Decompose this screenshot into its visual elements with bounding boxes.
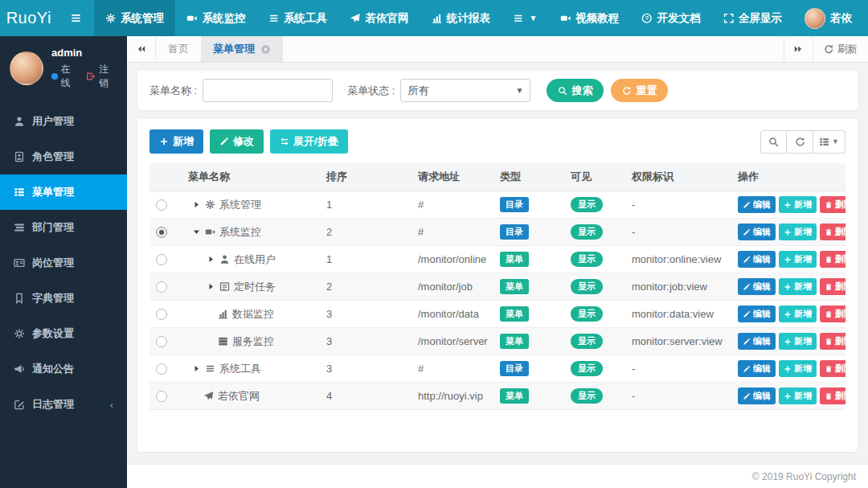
reset-button[interactable]: 重置	[611, 79, 668, 102]
row-delete-button[interactable]: 删除	[820, 278, 845, 295]
visible-badge: 显示	[571, 306, 603, 322]
caret-right-icon[interactable]	[192, 364, 201, 373]
row-edit-button[interactable]: 编辑	[738, 306, 776, 322]
tab-current[interactable]: 菜单管理	[201, 36, 283, 62]
row-delete-button[interactable]: 删除	[820, 388, 845, 404]
topnav-item-more-menu[interactable]: ▼	[502, 0, 548, 36]
row-radio[interactable]	[156, 363, 167, 375]
edit-button[interactable]: 修改	[210, 129, 264, 154]
sidebar: admin 在线 注销 用户管理角色管理菜单管理部门管理岗位管理字典管理参数设置…	[0, 36, 127, 488]
logout-link[interactable]: 注销	[99, 63, 117, 90]
type-cell: 目录	[493, 219, 564, 246]
row-delete-button[interactable]: 删除	[820, 333, 845, 350]
row-add-button[interactable]: 新增	[779, 360, 817, 377]
topnav-item-stats-report[interactable]: 统计报表	[420, 0, 502, 36]
table-columns-button[interactable]: ▼	[813, 130, 845, 154]
menu-name-input[interactable]	[203, 79, 333, 102]
topnav-item-profile[interactable]: 若依	[793, 0, 863, 36]
row-action-label: 新增	[794, 363, 812, 375]
order-cell: 3	[320, 328, 411, 355]
tab-refresh-button[interactable]: 刷新	[813, 36, 868, 62]
hamburger-icon	[70, 12, 82, 24]
caret-right-icon[interactable]	[207, 255, 215, 264]
open-tabs: 首页菜单管理	[156, 36, 784, 62]
table-search-toggle-button[interactable]	[760, 130, 787, 154]
expand-collapse-button[interactable]: 展开/折叠	[270, 129, 348, 154]
row-edit-button[interactable]: 编辑	[738, 196, 776, 213]
sidebar-item-menu-manage[interactable]: 菜单管理	[0, 174, 127, 210]
plus-icon	[784, 256, 792, 264]
row-edit-button[interactable]: 编辑	[738, 251, 776, 268]
row-add-button[interactable]: 新增	[779, 251, 817, 268]
order-cell: 1	[320, 191, 411, 219]
sidebar-toggle[interactable]	[58, 0, 94, 36]
gear-icon	[105, 13, 117, 24]
row-add-button[interactable]: 新增	[779, 388, 817, 404]
sidebar-item-param-settings[interactable]: 参数设置	[0, 316, 127, 351]
sidebar-item-notice-manage[interactable]: 通知公告	[0, 351, 127, 387]
bars-icon	[205, 363, 215, 374]
sidebar-item-dept-manage[interactable]: 部门管理	[0, 210, 127, 245]
tab-home[interactable]: 首页	[156, 36, 201, 62]
search-button[interactable]: 搜索	[547, 79, 604, 102]
topnav-item-fullscreen[interactable]: 全屏显示	[712, 0, 794, 36]
brand-logo[interactable]: RuoYi	[0, 0, 58, 36]
table-refresh-button[interactable]	[787, 130, 813, 154]
row-edit-button[interactable]: 编辑	[738, 388, 776, 404]
row-radio[interactable]	[156, 254, 167, 265]
caret-right-icon[interactable]	[192, 200, 201, 209]
topnav-item-system-monitor[interactable]: 系统监控	[175, 0, 257, 36]
sidebar-item-role-manage[interactable]: 角色管理	[0, 139, 127, 174]
visible-badge: 显示	[571, 252, 603, 267]
sidebar-item-post-manage[interactable]: 岗位管理	[0, 245, 127, 281]
double-left-icon	[137, 44, 146, 54]
row-add-button[interactable]: 新增	[779, 333, 817, 350]
topnav-item-video-tutorial[interactable]: 视频教程	[549, 0, 631, 36]
menu-name-cell: 系统监控	[182, 219, 320, 246]
row-action-label: 新增	[794, 253, 812, 265]
column-header: 操作	[731, 163, 845, 191]
menu-status-select[interactable]: 所有 ▼	[400, 79, 530, 102]
visible-badge: 显示	[571, 279, 603, 294]
row-delete-button[interactable]: 删除	[820, 196, 845, 213]
visible-badge: 显示	[571, 197, 603, 212]
topnav-item-ruoyi-site[interactable]: 若依官网	[338, 0, 420, 36]
topnav-item-dev-docs[interactable]: ?开发文档	[630, 0, 712, 36]
sidebar-item-label: 字典管理	[32, 291, 74, 306]
row-delete-button[interactable]: 删除	[820, 306, 845, 322]
row-radio[interactable]	[156, 227, 167, 238]
topnav-item-label: 若依官网	[366, 11, 409, 26]
row-add-button[interactable]: 新增	[779, 278, 817, 295]
tabs-scroll-right-button[interactable]	[784, 36, 813, 62]
add-button[interactable]: 新增	[149, 129, 203, 154]
caret-right-icon[interactable]	[207, 282, 215, 291]
topnav-item-system-tools[interactable]: 系统工具	[257, 0, 339, 36]
row-edit-button[interactable]: 编辑	[738, 360, 776, 377]
row-edit-button[interactable]: 编辑	[738, 223, 776, 240]
row-add-button[interactable]: 新增	[779, 223, 817, 240]
caret-down-icon[interactable]	[192, 228, 201, 236]
row-edit-button[interactable]: 编辑	[738, 333, 776, 350]
pencil-icon	[743, 228, 751, 236]
sidebar-item-dict-manage[interactable]: 字典管理	[0, 281, 127, 316]
row-add-button[interactable]: 新增	[779, 196, 817, 213]
sidebar-item-log-manage[interactable]: 日志管理‹	[0, 387, 127, 422]
topnav-item-system-manage[interactable]: 系统管理	[94, 0, 176, 36]
reset-button-label: 重置	[636, 84, 657, 98]
gear-icon	[205, 199, 215, 210]
row-radio[interactable]	[156, 309, 167, 320]
row-delete-button[interactable]: 删除	[820, 360, 845, 377]
row-edit-button[interactable]: 编辑	[738, 278, 776, 295]
row-radio[interactable]	[156, 281, 167, 293]
row-add-button[interactable]: 新增	[779, 306, 817, 322]
row-radio[interactable]	[156, 199, 167, 211]
topnav-item-label: 开发文档	[657, 11, 701, 26]
sidebar-item-user-manage[interactable]: 用户管理	[0, 104, 127, 139]
user-avatar[interactable]	[10, 51, 43, 85]
tabs-scroll-left-button[interactable]	[127, 36, 156, 62]
row-delete-button[interactable]: 删除	[820, 251, 845, 268]
visible-badge: 显示	[571, 388, 603, 404]
row-delete-button[interactable]: 删除	[820, 223, 845, 240]
row-radio[interactable]	[156, 391, 167, 402]
row-radio[interactable]	[156, 336, 167, 347]
